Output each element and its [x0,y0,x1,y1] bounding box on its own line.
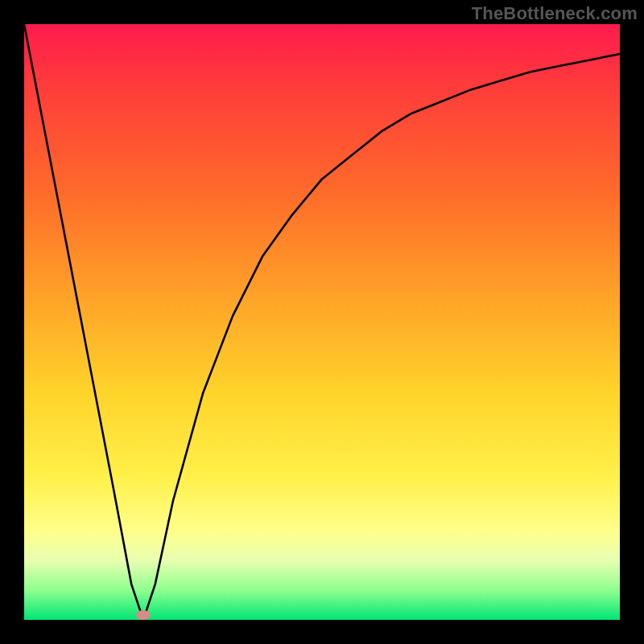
curve-line [24,24,620,620]
plot-svg [24,24,620,620]
chart-frame: TheBottleneck.com [0,0,644,644]
watermark-text: TheBottleneck.com [472,3,638,24]
plot-area [24,24,620,620]
target-marker [136,610,151,620]
